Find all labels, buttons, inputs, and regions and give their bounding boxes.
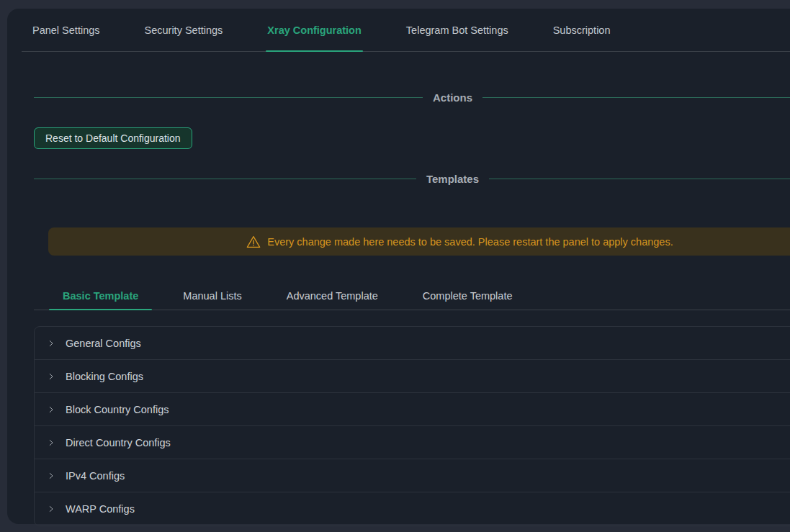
tab-subscription[interactable]: Subscription	[553, 9, 611, 51]
tab-basic-template[interactable]: Basic Template	[49, 281, 152, 310]
restart-warning-banner: Every change made here needs to be saved…	[48, 227, 790, 256]
divider-line	[34, 97, 423, 98]
divider-line	[489, 179, 790, 179]
tab-content: Actions Reset to Default Configuration T…	[7, 91, 790, 526]
collapse-header-label: Direct Country Configs	[66, 437, 171, 448]
chevron-right-icon	[47, 405, 55, 414]
collapse-header-direct-country-configs[interactable]: Direct Country Configs	[35, 426, 790, 459]
collapse-header-label: WARP Configs	[66, 503, 135, 515]
chevron-right-icon	[47, 438, 55, 447]
actions-divider: Actions	[34, 91, 790, 104]
templates-section-title: Templates	[426, 173, 479, 185]
collapse-header-label: General Configs	[66, 338, 141, 349]
tab-xray-configuration[interactable]: Xray Configuration	[267, 9, 362, 51]
reset-to-default-button[interactable]: Reset to Default Configuration	[34, 127, 192, 149]
template-tabs: Basic Template Manual Lists Advanced Tem…	[34, 281, 790, 310]
tab-telegram-bot-settings[interactable]: Telegram Bot Settings	[406, 9, 508, 51]
collapse-header-block-country-configs[interactable]: Block Country Configs	[35, 393, 790, 426]
collapse-header-label: Blocking Configs	[66, 371, 143, 382]
tab-complete-template[interactable]: Complete Template	[409, 281, 526, 310]
main-tabs: Panel Settings Security Settings Xray Co…	[22, 9, 790, 52]
tab-panel-settings[interactable]: Panel Settings	[32, 9, 100, 51]
warning-icon	[246, 235, 261, 249]
chevron-right-icon	[47, 505, 55, 513]
chevron-right-icon	[47, 339, 55, 348]
chevron-right-icon	[47, 372, 55, 381]
tab-security-settings[interactable]: Security Settings	[145, 9, 223, 51]
collapse-header-ipv4-configs[interactable]: IPv4 Configs	[35, 459, 790, 492]
templates-divider: Templates	[34, 173, 790, 185]
tab-advanced-template[interactable]: Advanced Template	[273, 281, 392, 310]
divider-line	[482, 97, 790, 98]
collapse-header-general-configs[interactable]: General Configs	[35, 327, 790, 360]
collapse-header-label: IPv4 Configs	[66, 470, 125, 482]
collapse-header-blocking-configs[interactable]: Blocking Configs	[35, 360, 790, 393]
tab-manual-lists[interactable]: Manual Lists	[169, 281, 255, 310]
config-collapse-list: General Configs Blocking Configs Block C…	[34, 326, 790, 526]
actions-section-title: Actions	[433, 91, 472, 104]
settings-card: Panel Settings Security Settings Xray Co…	[7, 9, 790, 524]
warning-text: Every change made here needs to be saved…	[267, 236, 673, 248]
divider-line	[34, 179, 416, 179]
chevron-right-icon	[47, 472, 55, 480]
page-background: { "theme": { "accent": "#2aa57c", "divid…	[0, 0, 790, 532]
collapse-header-label: Block Country Configs	[66, 404, 169, 415]
collapse-header-warp-configs[interactable]: WARP Configs	[35, 492, 790, 526]
